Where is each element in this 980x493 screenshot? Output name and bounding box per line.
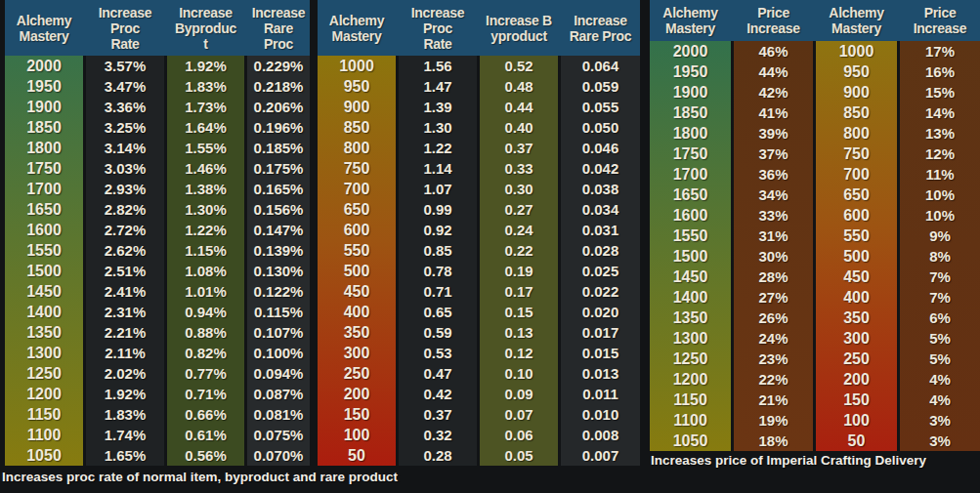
table-cell: 50 [318, 445, 396, 466]
table-cell: 0.229% [247, 56, 310, 76]
table-cell: 23% [734, 349, 813, 369]
table-cell: 4% [900, 390, 980, 410]
table-cell: 1450 [650, 267, 731, 287]
table-cell: 1000 [318, 56, 396, 76]
table-header-row: Alchemy MasteryIncrease Proc RateIncreas… [318, 0, 640, 56]
table-cell: 1.22% [167, 220, 244, 240]
table-cell: 0.24 [480, 220, 558, 240]
table-cell: 300 [816, 328, 897, 349]
table-cell: 8% [900, 246, 980, 267]
table-cell: 1.56 [399, 56, 477, 76]
table-cell: 28% [734, 267, 813, 287]
table-cell: 0.107% [247, 322, 310, 343]
table-cell: 450 [816, 267, 897, 287]
table-cell: 500 [318, 261, 396, 281]
table-cell: 1900 [650, 82, 731, 103]
table-cell: 650 [318, 199, 396, 220]
table-cell: 0.37 [480, 138, 558, 158]
table-cell: 7% [900, 287, 980, 308]
table-cell: 900 [318, 97, 396, 117]
table-cell: 30% [734, 246, 813, 267]
price-increase-column: 46%44%42%41%39%37%36%34%33%31%30%28%27%2… [734, 41, 813, 451]
table-cell: 0.94% [167, 302, 244, 322]
table-cell: 41% [734, 103, 813, 123]
table-cell: 550 [816, 226, 897, 246]
table-cell: 3.36% [86, 97, 164, 117]
table-cell: 1.08% [167, 261, 244, 281]
table-cell: 0.40 [480, 117, 558, 138]
proc-rate-table-low-mastery: Alchemy MasteryIncrease Proc RateIncreas… [318, 0, 640, 466]
table-cell: 0.122% [247, 281, 310, 302]
table-cell: 0.022 [561, 281, 640, 302]
table-cell: 0.88% [167, 322, 244, 343]
table-cell: 50 [816, 431, 897, 451]
alchemy-mastery-column: 1000950900850800750700650600550500450400… [816, 41, 897, 451]
table-cell: 0.92 [399, 220, 477, 240]
table-cell: 37% [734, 144, 813, 164]
table-cell: 150 [816, 390, 897, 410]
table-cell: 1050 [650, 431, 731, 451]
table-cell: 21% [734, 390, 813, 410]
table-cell: 34% [734, 185, 813, 205]
alchemy-mastery-column: 2000195019001850180017501700165016001550… [650, 41, 731, 451]
table-cell: 0.48 [480, 76, 558, 97]
table-cell: 1400 [5, 302, 83, 322]
table-cell: 2.82% [86, 199, 164, 220]
increase-proc-rate-column: 1.561.471.391.301.221.141.070.990.920.85… [399, 56, 477, 466]
table-cell: 10% [900, 185, 980, 205]
table-cell: 950 [816, 62, 897, 82]
table-cell: 1500 [5, 261, 83, 281]
table-cell: 250 [816, 349, 897, 369]
column-header: Alchemy Mastery [816, 0, 897, 41]
column-header: Increase Byproduct [167, 0, 244, 56]
table-cell: 12% [900, 144, 980, 164]
table-cell: 0.06 [480, 425, 558, 445]
alchemy-mastery-column: 2000195019001850180017501700165016001550… [5, 56, 83, 466]
table-cell: 1.64% [167, 117, 244, 138]
table-cell: 150 [318, 404, 396, 425]
table-cell: 2.21% [86, 322, 164, 343]
table-cell: 100 [318, 425, 396, 445]
table-cell: 1750 [5, 158, 83, 179]
table-cell: 350 [318, 322, 396, 343]
table-cell: 15% [900, 82, 980, 103]
table-cell: 1200 [650, 369, 731, 390]
table-cell: 1850 [650, 103, 731, 123]
table-cell: 900 [816, 82, 897, 103]
table-cell: 10% [900, 205, 980, 226]
price-increase-caption: Increases price of Imperial Crafting Del… [651, 453, 926, 468]
table-cell: 1.46% [167, 158, 244, 179]
table-cell: 100 [816, 410, 897, 431]
table-cell: 1200 [5, 384, 83, 404]
table-cell: 0.61% [167, 425, 244, 445]
table-cell: 0.19 [480, 261, 558, 281]
proc-rate-table-high-mastery: Alchemy MasteryIncrease Proc RateIncreas… [5, 0, 310, 466]
table-cell: 0.13 [480, 322, 558, 343]
table-cell: 22% [734, 369, 813, 390]
table-cell: 0.10 [480, 363, 558, 384]
table-cell: 0.77% [167, 363, 244, 384]
table-cell: 17% [900, 41, 980, 62]
table-cell: 200 [816, 369, 897, 390]
alchemy-mastery-reference-sheet: Alchemy MasteryIncrease Proc RateIncreas… [0, 0, 980, 493]
table-cell: 2.11% [86, 343, 164, 363]
table-cell: 0.07 [480, 404, 558, 425]
column-header: Alchemy Mastery [318, 0, 396, 56]
column-header: Increase Rare Proc [561, 0, 640, 56]
table-cell: 39% [734, 123, 813, 144]
table-cell: 0.206% [247, 97, 310, 117]
table-cell: 0.28 [399, 445, 477, 466]
table-cell: 1.55% [167, 138, 244, 158]
table-cell: 0.71 [399, 281, 477, 302]
table-cell: 0.100% [247, 343, 310, 363]
table-cell: 1.14 [399, 158, 477, 179]
table-cell: 750 [318, 158, 396, 179]
table-header-row: Alchemy MasteryIncrease Proc RateIncreas… [5, 0, 310, 56]
table-cell: 0.042 [561, 158, 640, 179]
table-cell: 0.087% [247, 384, 310, 404]
table-cell: 0.165% [247, 179, 310, 199]
table-cell: 3.57% [86, 56, 164, 76]
table-cell: 0.65 [399, 302, 477, 322]
table-cell: 24% [734, 328, 813, 349]
table-cell: 1400 [650, 287, 731, 308]
